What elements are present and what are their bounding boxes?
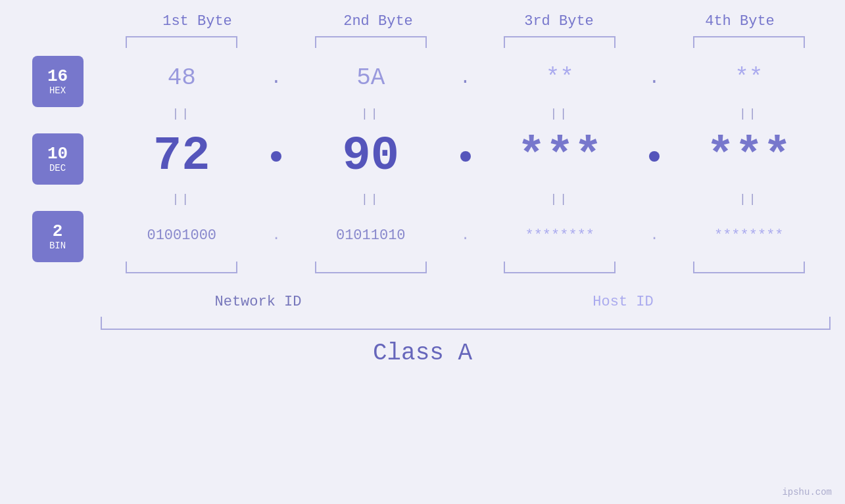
bin-byte1-cell: 01001000 xyxy=(101,227,264,244)
hex-byte2-cell: 5A xyxy=(289,64,452,91)
byte-labels-row: 1st Byte 2nd Byte 3rd Byte 4th Byte xyxy=(107,13,831,30)
bracket-bottom-cell-2 xyxy=(289,262,452,273)
data-grid: 48 . 5A . ** . ** xyxy=(101,36,831,278)
eq2-cell2: || xyxy=(289,193,452,206)
dec-badge-number: 10 xyxy=(47,145,68,164)
network-id-label: Network ID xyxy=(101,294,416,310)
bin-badge: 2 BIN xyxy=(32,211,84,262)
bottom-bracket-row xyxy=(101,262,831,278)
bin-byte1-value: 01001000 xyxy=(147,227,216,244)
dec-badge: 10 DEC xyxy=(32,133,84,185)
hex-byte2-value: 5A xyxy=(356,64,385,91)
dec-byte1-value: 72 xyxy=(153,129,210,183)
bin-dot3: . xyxy=(641,227,667,244)
dec-byte2-value: 90 xyxy=(343,129,399,183)
bracket-top-2 xyxy=(315,36,427,48)
eq1-cell2: || xyxy=(289,107,452,120)
bracket-bottom-cell-1 xyxy=(101,262,264,273)
byte1-label: 1st Byte xyxy=(107,13,288,30)
class-label: Class A xyxy=(373,340,472,367)
bracket-cell-4 xyxy=(667,36,831,48)
bracket-bottom-3 xyxy=(504,262,616,273)
bin-badge-number: 2 xyxy=(53,222,63,241)
host-id-label: Host ID xyxy=(416,294,831,310)
bracket-top-1 xyxy=(126,36,237,48)
dec-byte3-value: *** xyxy=(517,129,602,183)
hex-badge-number: 16 xyxy=(47,67,68,86)
bracket-cell-1 xyxy=(101,36,264,48)
eq2-cell1: || xyxy=(101,193,264,206)
bracket-cell-3 xyxy=(479,36,642,48)
equals-row-2: || || || || xyxy=(101,189,831,209)
bracket-top-3 xyxy=(504,36,616,48)
hex-byte1-value: 48 xyxy=(168,64,196,91)
hex-byte4-cell: ** xyxy=(667,64,831,91)
hex-dot3: . xyxy=(641,68,667,88)
bin-byte4-value: ******** xyxy=(714,227,784,244)
hex-byte3-value: ** xyxy=(546,64,574,91)
badges-column: 16 HEX 10 DEC 2 BIN xyxy=(15,36,101,288)
dec-dot2 xyxy=(452,151,479,162)
bin-byte3-cell: ******** xyxy=(479,227,642,244)
dec-badge-label: DEC xyxy=(49,163,66,173)
hex-byte3-cell: ** xyxy=(479,64,642,91)
bin-row: 01001000 . 01011010 . ******** . xyxy=(101,209,831,262)
hex-dot1: . xyxy=(263,68,289,88)
bin-byte4-cell: ******** xyxy=(667,227,831,244)
main-container: 1st Byte 2nd Byte 3rd Byte 4th Byte 16 H… xyxy=(0,0,845,504)
byte2-label: 2nd Byte xyxy=(288,13,469,30)
bin-badge-label: BIN xyxy=(49,241,66,251)
eq1-cell1: || xyxy=(101,107,264,120)
bin-byte2-cell: 01011010 xyxy=(289,227,452,244)
main-area: 16 HEX 10 DEC 2 BIN xyxy=(15,36,831,288)
bin-dot1: . xyxy=(263,227,289,244)
bracket-bottom-2 xyxy=(315,262,427,273)
dec-dot3-circle xyxy=(649,151,660,162)
bracket-bottom-4 xyxy=(693,262,805,273)
dec-row: 72 90 *** *** xyxy=(101,124,831,189)
bracket-bottom-1 xyxy=(126,262,237,273)
hex-byte1-cell: 48 xyxy=(101,64,264,91)
id-labels-row: Network ID Host ID xyxy=(15,294,831,310)
hex-badge: 16 HEX xyxy=(32,56,84,107)
top-bracket-row xyxy=(101,36,831,48)
bracket-cell-2 xyxy=(289,36,452,48)
eq1-cell4: || xyxy=(667,107,831,120)
dec-dot1 xyxy=(263,151,289,162)
watermark: ipshu.com xyxy=(782,487,832,497)
dec-dot1-circle xyxy=(271,151,281,162)
dec-byte2-cell: 90 xyxy=(289,129,452,183)
hex-byte4-value: ** xyxy=(735,64,763,91)
hex-row: 48 . 5A . ** . ** xyxy=(101,51,831,104)
dec-byte4-cell: *** xyxy=(667,129,831,183)
bracket-top-4 xyxy=(693,36,805,48)
bracket-bottom-cell-4 xyxy=(667,262,831,273)
big-bracket xyxy=(101,317,831,330)
byte3-label: 3rd Byte xyxy=(469,13,650,30)
eq1-cell3: || xyxy=(479,107,642,120)
bin-byte2-value: 01011010 xyxy=(336,227,406,244)
equals-row-1: || || || || xyxy=(101,104,831,124)
dec-byte3-cell: *** xyxy=(479,129,642,183)
dec-dot3 xyxy=(641,151,667,162)
eq2-cell4: || xyxy=(667,193,831,206)
eq2-cell3: || xyxy=(479,193,642,206)
bin-dot2: . xyxy=(452,227,479,244)
byte4-label: 4th Byte xyxy=(650,13,831,30)
hex-dot2: . xyxy=(452,68,479,88)
dec-dot2-circle xyxy=(460,151,471,162)
dec-byte1-cell: 72 xyxy=(101,129,264,183)
big-bracket-row xyxy=(15,317,831,330)
dec-byte4-value: *** xyxy=(706,129,792,183)
bracket-bottom-cell-3 xyxy=(479,262,642,273)
hex-badge-label: HEX xyxy=(49,85,66,96)
bin-byte3-value: ******** xyxy=(525,227,594,244)
